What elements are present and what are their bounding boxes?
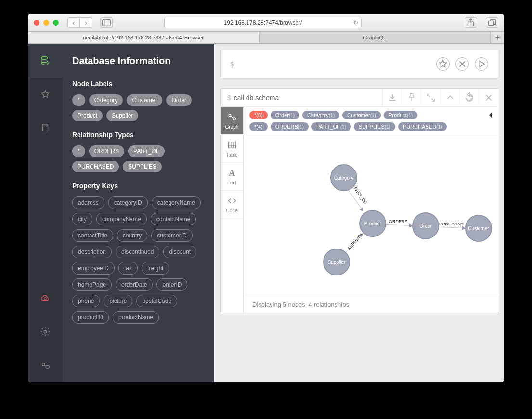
view-tab-table[interactable]: Table xyxy=(221,135,243,163)
close-frame-icon[interactable] xyxy=(479,89,498,107)
section-node-labels: Node Labels xyxy=(72,80,205,88)
visualization-panel: *(5) Order(1) Category(1) Customer(1) Pr… xyxy=(244,107,498,314)
legend-node-customer[interactable]: Customer(1) xyxy=(342,111,381,119)
graph-canvas[interactable]: Category Product Order Customer Supplier… xyxy=(244,135,498,295)
legend-rel-partof[interactable]: PART_OF(1) xyxy=(311,122,351,131)
address-bar[interactable]: 192.168.178.28:7474/browser/ ↻ xyxy=(164,17,362,28)
expand-icon[interactable] xyxy=(421,89,440,107)
rerun-icon[interactable] xyxy=(459,89,479,107)
section-relationship-types: Relationship Types xyxy=(72,131,205,139)
legend: *(5) Order(1) Category(1) Customer(1) Pr… xyxy=(244,107,498,135)
frame-query[interactable]: $call db.schema xyxy=(221,94,382,102)
cloud-sync-icon[interactable] xyxy=(28,281,63,315)
property-key-chip[interactable]: homePage xyxy=(72,278,112,291)
legend-rel-supplies[interactable]: SUPPLIES(1) xyxy=(354,122,395,131)
close-window-button[interactable] xyxy=(34,20,39,26)
cypher-editor[interactable]: $ xyxy=(220,50,498,79)
zoom-window-button[interactable] xyxy=(53,20,59,26)
property-key-chip[interactable]: address xyxy=(72,196,104,209)
edge-label-partof: PART_OF xyxy=(353,186,368,205)
legend-node-all[interactable]: *(5) xyxy=(249,111,268,119)
forward-button[interactable]: › xyxy=(80,17,92,28)
collapse-up-icon[interactable] xyxy=(440,89,459,107)
node-label-chip[interactable]: Customer xyxy=(127,94,162,106)
tab-graphiql[interactable]: GraphiQL xyxy=(260,32,491,43)
download-icon[interactable] xyxy=(382,89,402,107)
property-key-chip[interactable]: employeeID xyxy=(72,262,115,275)
tabs-icon[interactable] xyxy=(486,17,498,28)
titlebar: ‹ › 192.168.178.28:7474/browser/ ↻ xyxy=(28,14,504,32)
pin-icon[interactable] xyxy=(402,89,421,107)
node-label-chip[interactable]: Category xyxy=(89,94,123,106)
clear-icon[interactable] xyxy=(455,57,469,71)
property-key-chip[interactable]: picture xyxy=(104,295,132,307)
property-key-chip[interactable]: orderID xyxy=(156,278,187,291)
new-tab-button[interactable]: + xyxy=(491,32,504,43)
property-key-chip[interactable]: categoryID xyxy=(108,196,148,209)
svg-point-8 xyxy=(44,330,47,333)
node-label-chip[interactable]: * xyxy=(72,94,85,106)
property-key-chip[interactable]: phone xyxy=(72,295,100,307)
rel-type-chip[interactable]: PART_OF xyxy=(128,145,165,157)
share-icon[interactable] xyxy=(465,17,477,28)
property-key-chip[interactable]: categoryName xyxy=(152,196,201,209)
property-key-chip[interactable]: country xyxy=(117,229,147,242)
section-property-keys: Property Keys xyxy=(72,182,205,190)
property-key-chip[interactable]: discount xyxy=(163,246,196,258)
legend-collapse-icon[interactable] xyxy=(489,112,492,118)
node-label-chip[interactable]: Product xyxy=(72,110,103,121)
reload-icon[interactable]: ↻ xyxy=(353,19,358,26)
property-key-chip[interactable]: description xyxy=(72,246,112,258)
property-key-chip[interactable]: orderDate xyxy=(116,278,153,291)
graph-node-supplier[interactable]: Supplier xyxy=(323,249,350,275)
property-key-chip[interactable]: productID xyxy=(72,311,109,324)
svg-rect-5 xyxy=(43,124,48,131)
property-key-chip[interactable]: fax xyxy=(118,262,138,275)
property-key-chip[interactable]: contactName xyxy=(151,213,196,225)
rel-type-chip[interactable]: * xyxy=(72,145,85,157)
rel-type-chip[interactable]: SUPPLIES xyxy=(123,161,162,172)
property-key-chip[interactable]: city xyxy=(72,213,92,225)
property-key-chip[interactable]: companyName xyxy=(96,213,147,225)
favorites-icon[interactable] xyxy=(28,78,63,111)
property-key-chip[interactable]: contactTitle xyxy=(72,229,113,242)
settings-icon[interactable] xyxy=(28,315,63,349)
legend-node-order[interactable]: Order(1) xyxy=(271,111,299,119)
view-tab-graph[interactable]: Graph xyxy=(221,107,243,135)
database-drawer: Database Information Node Labels * Categ… xyxy=(63,44,214,382)
view-tab-text[interactable]: A Text xyxy=(221,163,243,191)
legend-node-product[interactable]: Product(1) xyxy=(384,111,417,119)
about-icon[interactable] xyxy=(28,349,63,382)
property-key-chip[interactable]: freight xyxy=(142,262,169,275)
property-key-chip[interactable]: customerID xyxy=(151,229,192,242)
rel-type-chip[interactable]: PURCHASED xyxy=(72,161,119,172)
legend-rel-orders[interactable]: ORDERS(1) xyxy=(271,122,309,131)
legend-rel-all[interactable]: *(4) xyxy=(249,122,268,131)
node-label-chip[interactable]: Order xyxy=(166,94,192,106)
favorite-icon[interactable] xyxy=(436,57,450,71)
legend-node-category[interactable]: Category(1) xyxy=(302,111,339,119)
back-button[interactable]: ‹ xyxy=(67,17,80,28)
sidebar-toggle-icon[interactable] xyxy=(100,17,113,28)
browser-tabs: neo4j@bolt://192.168.178.28:7687 - Neo4j… xyxy=(28,32,504,44)
play-icon[interactable] xyxy=(475,57,488,71)
view-tab-code[interactable]: Code xyxy=(221,191,243,219)
documents-icon[interactable] xyxy=(28,111,63,145)
url-text: 192.168.178.28:7474/browser/ xyxy=(224,19,302,26)
tab-neo4j-browser[interactable]: neo4j@bolt://192.168.178.28:7687 - Neo4j… xyxy=(28,32,260,43)
property-key-chip[interactable]: productName xyxy=(113,311,159,324)
property-key-chip[interactable]: postalCode xyxy=(136,295,177,307)
graph-node-category[interactable]: Category xyxy=(330,164,357,191)
rel-type-chip[interactable]: ORDERS xyxy=(89,145,124,157)
graph-node-product[interactable]: Product xyxy=(359,210,386,237)
database-icon[interactable] xyxy=(28,44,63,78)
node-label-chip[interactable]: Supplier xyxy=(106,110,138,121)
property-key-chip[interactable]: discontinued xyxy=(116,246,159,258)
graph-node-order[interactable]: Order xyxy=(412,212,439,239)
graph-node-customer[interactable]: Customer xyxy=(465,215,492,242)
minimize-window-button[interactable] xyxy=(43,20,49,26)
svg-point-16 xyxy=(229,114,231,117)
frame-body: Graph Table A Text Code xyxy=(221,107,498,314)
drawer-title: Database Information xyxy=(72,55,205,66)
legend-rel-purchased[interactable]: PURCHASED(1) xyxy=(398,122,447,131)
